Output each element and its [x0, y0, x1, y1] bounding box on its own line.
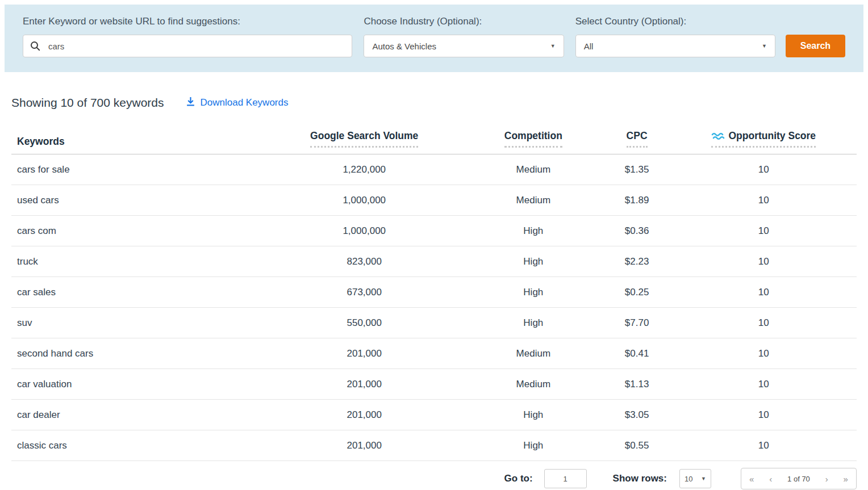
- table-row: used cars 1,000,000 Medium $1.89 10: [11, 185, 857, 216]
- volume-cell: 201,000: [265, 369, 464, 400]
- table-row: cars for sale 1,220,000 Medium $1.35 10: [11, 154, 857, 185]
- score-cell: 10: [671, 338, 857, 369]
- download-keywords-link[interactable]: Download Keywords: [186, 97, 289, 109]
- volume-cell: 201,000: [265, 430, 464, 461]
- show-rows-label: Show rows:: [613, 473, 667, 484]
- competition-cell: High: [464, 400, 603, 430]
- keyword-cell: cars com: [11, 216, 265, 246]
- table-row: truck 823,000 High $2.23 10: [11, 246, 857, 277]
- volume-cell: 201,000: [265, 338, 464, 369]
- keyword-cell: used cars: [11, 185, 265, 216]
- score-cell: 10: [671, 308, 857, 338]
- table-row: car sales 673,000 High $0.25 10: [11, 277, 857, 308]
- first-page-button[interactable]: «: [749, 475, 754, 483]
- keyword-cell: truck: [11, 246, 265, 277]
- goto-label: Go to:: [504, 473, 533, 484]
- download-label: Download Keywords: [201, 97, 289, 108]
- competition-cell: Medium: [464, 369, 603, 400]
- cpc-cell: $2.23: [603, 246, 671, 277]
- table-body: cars for sale 1,220,000 Medium $1.35 10 …: [11, 154, 857, 461]
- cpc-cell: $0.41: [603, 338, 671, 369]
- search-panel: Enter Keyword or website URL to find sug…: [5, 5, 863, 72]
- column-header-keywords: Keywords: [11, 123, 265, 154]
- score-cell: 10: [671, 154, 857, 185]
- chevron-down-icon: ▼: [701, 476, 706, 481]
- competition-cell: High: [464, 216, 603, 246]
- wave-icon: [711, 132, 725, 141]
- next-page-button[interactable]: ›: [825, 475, 828, 483]
- competition-cell: Medium: [464, 338, 603, 369]
- column-header-opportunity-score[interactable]: Opportunity Score: [671, 123, 857, 154]
- table-footer: Go to: Show rows: 10 ▼ « ‹ 1 of 70 › »: [11, 461, 857, 490]
- table-row: car dealer 201,000 High $3.05 10: [11, 400, 857, 430]
- volume-cell: 1,000,000: [265, 216, 464, 246]
- country-selected-value: All: [584, 41, 594, 51]
- score-cell: 10: [671, 277, 857, 308]
- score-cell: 10: [671, 246, 857, 277]
- pagination-control: « ‹ 1 of 70 › »: [741, 468, 857, 489]
- column-header-volume[interactable]: Google Search Volume: [265, 123, 464, 154]
- keyword-table: Keywords Google Search Volume Competitio…: [11, 123, 857, 461]
- industry-select[interactable]: Autos & Vehicles ▼: [364, 35, 564, 57]
- page-indicator: 1 of 70: [787, 475, 810, 483]
- cpc-cell: $3.05: [603, 400, 671, 430]
- table-row: classic cars 201,000 High $0.55 10: [11, 430, 857, 461]
- country-label: Select Country (Optional):: [575, 16, 775, 27]
- keyword-input[interactable]: [48, 41, 345, 51]
- column-header-cpc[interactable]: CPC: [603, 123, 671, 154]
- table-row: suv 550,000 High $7.70 10: [11, 308, 857, 338]
- results-summary: Showing 10 of 700 keywords: [11, 96, 164, 110]
- last-page-button[interactable]: »: [844, 475, 848, 483]
- column-header-competition[interactable]: Competition: [464, 123, 603, 154]
- cpc-cell: $1.13: [603, 369, 671, 400]
- keyword-label: Enter Keyword or website URL to find sug…: [23, 16, 352, 27]
- chevron-down-icon: ▼: [550, 43, 556, 49]
- score-cell: 10: [671, 369, 857, 400]
- keyword-field: Enter Keyword or website URL to find sug…: [23, 16, 352, 57]
- table-row: car valuation 201,000 Medium $1.13 10: [11, 369, 857, 400]
- search-button[interactable]: Search: [786, 35, 845, 57]
- score-cell: 10: [671, 430, 857, 461]
- volume-cell: 550,000: [265, 308, 464, 338]
- prev-page-button[interactable]: ‹: [769, 475, 772, 483]
- cpc-cell: $0.36: [603, 216, 671, 246]
- score-cell: 10: [671, 185, 857, 216]
- cpc-cell: $7.70: [603, 308, 671, 338]
- table-row: second hand cars 201,000 Medium $0.41 10: [11, 338, 857, 369]
- competition-cell: High: [464, 430, 603, 461]
- competition-cell: High: [464, 277, 603, 308]
- goto-page-input[interactable]: [544, 469, 587, 488]
- industry-selected-value: Autos & Vehicles: [372, 41, 436, 51]
- cpc-cell: $1.35: [603, 154, 671, 185]
- keyword-cell: second hand cars: [11, 338, 265, 369]
- search-icon: [30, 41, 40, 51]
- industry-field: Choose Industry (Optional): Autos & Vehi…: [364, 16, 564, 57]
- show-rows-value: 10: [685, 475, 692, 483]
- cpc-cell: $1.89: [603, 185, 671, 216]
- keyword-input-group: [23, 35, 352, 57]
- country-select[interactable]: All ▼: [575, 35, 775, 57]
- competition-cell: High: [464, 246, 603, 277]
- competition-cell: Medium: [464, 154, 603, 185]
- table-header-row: Keywords Google Search Volume Competitio…: [11, 123, 857, 154]
- cpc-cell: $0.25: [603, 277, 671, 308]
- score-cell: 10: [671, 216, 857, 246]
- keyword-cell: car sales: [11, 277, 265, 308]
- download-icon: [186, 97, 195, 109]
- country-field: Select Country (Optional): All ▼: [575, 16, 775, 57]
- chevron-down-icon: ▼: [762, 43, 767, 49]
- keyword-cell: cars for sale: [11, 154, 265, 185]
- cpc-cell: $0.55: [603, 430, 671, 461]
- results-bar: Showing 10 of 700 keywords Download Keyw…: [11, 96, 857, 110]
- keyword-cell: car valuation: [11, 369, 265, 400]
- keyword-cell: car dealer: [11, 400, 265, 430]
- keyword-cell: classic cars: [11, 430, 265, 461]
- industry-label: Choose Industry (Optional):: [364, 16, 564, 27]
- competition-cell: High: [464, 308, 603, 338]
- volume-cell: 1,000,000: [265, 185, 464, 216]
- volume-cell: 1,220,000: [265, 154, 464, 185]
- volume-cell: 673,000: [265, 277, 464, 308]
- competition-cell: Medium: [464, 185, 603, 216]
- show-rows-select[interactable]: 10 ▼: [679, 469, 711, 488]
- keyword-cell: suv: [11, 308, 265, 338]
